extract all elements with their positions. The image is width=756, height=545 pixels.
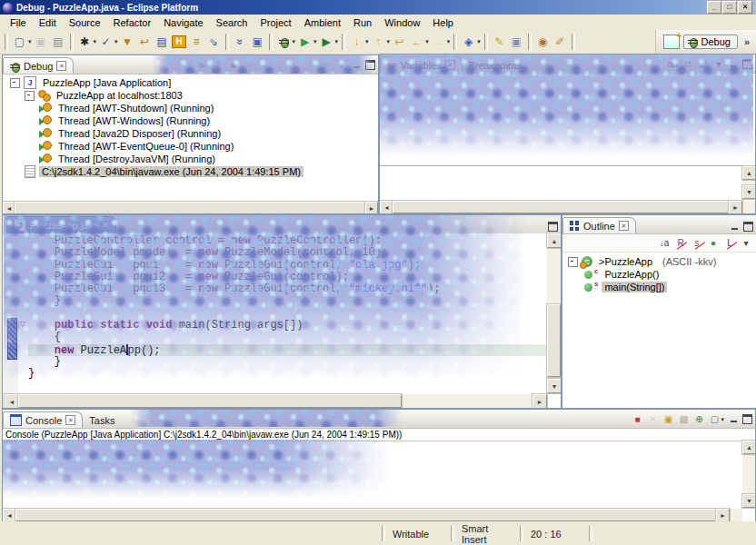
step-into-icon[interactable]: ↓ bbox=[274, 58, 286, 72]
close-view-icon[interactable]: ✕ bbox=[445, 60, 455, 70]
notes-icon[interactable]: ▤ bbox=[154, 34, 170, 50]
code-editor[interactable]: PuzzleController control = new PuzzleCon… bbox=[18, 233, 546, 393]
pin-console-icon[interactable]: ⊕ bbox=[692, 412, 705, 426]
tree-expander-icon[interactable] bbox=[568, 257, 578, 267]
run-dropdown-icon[interactable]: ▾ bbox=[313, 38, 317, 45]
hide-local-types-icon[interactable]: L bbox=[723, 236, 736, 250]
back-dropdown-icon[interactable]: ▾ bbox=[425, 38, 429, 45]
code-line[interactable]: PuzzleGui pgui3 = new PuzzleGui(control,… bbox=[28, 283, 546, 295]
menu-source[interactable]: Source bbox=[63, 16, 107, 29]
tab-variables[interactable]: (x)=Variables✕ bbox=[380, 56, 463, 73]
screen-tool-icon[interactable]: ▣ bbox=[250, 34, 265, 50]
save-icon[interactable]: ▣ bbox=[34, 34, 49, 50]
debug-tree-item[interactable]: Thread [DestroyJavaVM] (Running) bbox=[5, 153, 376, 165]
code-line[interactable]: PuzzleModel pmodel = new PuzzleModel(con… bbox=[28, 247, 546, 259]
sort-icon[interactable]: ↓a bbox=[658, 236, 671, 250]
show-threads-icon[interactable]: ≡ bbox=[320, 58, 333, 72]
terminate-icon[interactable]: ■ bbox=[227, 58, 240, 72]
checkmark-icon[interactable]: ✓ bbox=[98, 34, 114, 50]
menu-project[interactable]: Project bbox=[254, 16, 297, 29]
step-return-icon[interactable]: ↑ bbox=[304, 58, 317, 72]
code-line[interactable]: PuzzleGui pgui = new PuzzleGui(control, … bbox=[28, 260, 546, 272]
maximize-view-icon[interactable] bbox=[743, 222, 753, 232]
terminate-icon[interactable]: ■ bbox=[631, 412, 643, 426]
code-line[interactable]: PuzzleController control = new PuzzleCon… bbox=[28, 235, 546, 247]
show-type-names-icon[interactable]: ab bbox=[666, 57, 679, 71]
last-edit-location-icon[interactable]: ↩ bbox=[392, 34, 407, 50]
maximize-view-icon[interactable] bbox=[742, 414, 752, 424]
close-window-button[interactable]: ✕ bbox=[738, 1, 752, 14]
close-view-icon[interactable]: ✕ bbox=[65, 415, 75, 425]
code-line[interactable]: } bbox=[28, 368, 546, 380]
hide-nonpublic-icon[interactable]: ● bbox=[707, 236, 720, 250]
open-console-icon[interactable]: ▢ bbox=[708, 412, 721, 426]
view-menu-icon[interactable]: ▾ bbox=[335, 58, 348, 72]
maximize-view-icon[interactable] bbox=[548, 222, 558, 232]
show-logical-structure-icon[interactable]: ⇄ bbox=[681, 57, 694, 71]
run-external-icon[interactable]: ▶ bbox=[319, 34, 334, 50]
highlight-icon[interactable]: ✎ bbox=[492, 34, 507, 50]
editor-horizontal-scrollbar[interactable]: ◄ ► bbox=[3, 394, 547, 408]
hide-static-icon[interactable]: s bbox=[691, 236, 703, 250]
collapse-all-icon[interactable]: ▤ bbox=[697, 57, 710, 71]
run-external-dropdown-icon[interactable]: ▾ bbox=[335, 38, 339, 45]
minimize-view-icon[interactable] bbox=[353, 61, 361, 69]
copy-view-icon[interactable]: ▣ bbox=[509, 34, 524, 50]
debug-tree-item[interactable]: Thread [AWT-EventQueue-0] (Running) bbox=[5, 140, 376, 153]
debug-tree-item[interactable]: Thread [AWT-Windows] (Running) bbox=[5, 114, 376, 127]
code-line[interactable]: public static void main(String args[]) bbox=[28, 320, 546, 332]
open-console-dropdown-icon[interactable]: ▾ bbox=[721, 416, 724, 423]
menu-run[interactable]: Run bbox=[347, 16, 378, 29]
debug-tree-item[interactable]: JPuzzleApp [Java Application] bbox=[5, 76, 376, 89]
close-view-icon[interactable]: ✕ bbox=[619, 221, 629, 231]
new-wizard-dropdown-icon[interactable]: ▾ bbox=[28, 38, 32, 45]
menu-refactor[interactable]: Refactor bbox=[107, 16, 158, 29]
previous-annotation-icon[interactable]: ↑ bbox=[371, 34, 386, 50]
tab-breakpoints[interactable]: Breakpoints bbox=[463, 57, 528, 73]
tree-expander-icon[interactable] bbox=[25, 91, 35, 101]
outline-item[interactable]: C>PuzzleApp(ASCII -kkv) bbox=[564, 255, 754, 268]
menu-edit[interactable]: Edit bbox=[33, 16, 63, 29]
maximize-window-button[interactable]: □ bbox=[722, 1, 737, 14]
resume-icon[interactable]: ▶ bbox=[196, 58, 209, 72]
fold-collapse-icon[interactable]: ▽ bbox=[20, 320, 25, 328]
editor-vertical-scrollbar[interactable]: ▲ ▼ bbox=[547, 233, 561, 393]
mark-occurrences-icon[interactable]: ◈ bbox=[461, 34, 476, 50]
external-tools-icon[interactable]: ✱ bbox=[77, 34, 93, 50]
outline-item[interactable]: cPuzzleApp() bbox=[564, 268, 754, 281]
previous-annotation-dropdown-icon[interactable]: ▾ bbox=[387, 38, 391, 45]
h-tool-icon[interactable]: H bbox=[172, 34, 187, 50]
menu-window[interactable]: Window bbox=[378, 16, 426, 29]
code-line[interactable]: { bbox=[28, 332, 546, 343]
brush-icon[interactable]: ✐ bbox=[552, 34, 568, 50]
open-perspective-icon[interactable] bbox=[663, 35, 680, 49]
maximize-view-icon[interactable] bbox=[365, 60, 375, 70]
debug-tree-item[interactable]: PuzzleApp at localhost:1803 bbox=[5, 89, 376, 102]
chevrons-icon[interactable]: » bbox=[233, 34, 248, 50]
view-menu-icon[interactable]: ▾ bbox=[740, 236, 752, 250]
remove-launch-icon[interactable]: ✕ bbox=[646, 412, 659, 426]
suspend-icon[interactable]: ‖ bbox=[212, 58, 224, 72]
tab-tasks[interactable]: Tasks bbox=[83, 412, 121, 428]
next-annotation-dropdown-icon[interactable]: ▾ bbox=[365, 38, 369, 45]
palette-icon[interactable]: ◉ bbox=[535, 34, 551, 50]
external-tools-dropdown-icon[interactable]: ▾ bbox=[94, 38, 97, 45]
code-line[interactable]: PuzzleGui pgui2 = new PuzzleGui(control)… bbox=[28, 272, 546, 283]
debug-tree-item[interactable]: C:\j2sdk1.4.2_04\bin\javaw.exe (Jun 24, … bbox=[5, 165, 376, 178]
debug-launch-dropdown-icon[interactable]: ▾ bbox=[293, 38, 296, 45]
outline-view-tab[interactable]: Outline ✕ bbox=[562, 217, 636, 233]
new-wizard-icon[interactable]: ▢ bbox=[12, 34, 27, 50]
minimize-view-icon[interactable] bbox=[731, 223, 739, 231]
menu-file[interactable]: File bbox=[4, 16, 33, 29]
code-line[interactable]: } bbox=[28, 356, 546, 368]
menu-help[interactable]: Help bbox=[426, 16, 460, 29]
next-annotation-icon[interactable]: ↓ bbox=[349, 34, 364, 50]
stack-icon[interactable]: ≡ bbox=[189, 34, 204, 50]
clear-console-icon[interactable]: ▨ bbox=[677, 412, 690, 426]
code-line[interactable]: new PuzzleApp(); bbox=[28, 344, 546, 356]
debug-launch-icon[interactable] bbox=[276, 34, 292, 50]
menu-navigate[interactable]: Navigate bbox=[157, 16, 209, 29]
console-vertical-scrollbar[interactable]: ▲ ▼ bbox=[742, 441, 755, 508]
mark-occurrences-dropdown-icon[interactable]: ▾ bbox=[477, 38, 481, 45]
editor-left-ruler[interactable] bbox=[4, 233, 19, 393]
